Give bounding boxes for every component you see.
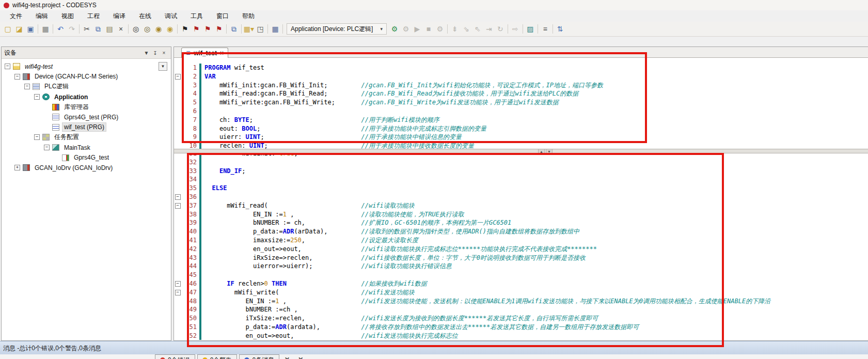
code-line-9[interactable]: 9 uierr: UINT; //用于承接功能块中错误信息的变量 xyxy=(174,133,868,142)
replace-in-project-icon[interactable]: ◉ xyxy=(164,23,176,35)
tree-item--[interactable]: −任务配置 xyxy=(2,132,171,143)
code-line-41[interactable]: 41 imaxsize:=250, //设定最大读取长度 xyxy=(174,236,868,245)
code-line-48[interactable]: 48 EN_IN :=1 , //wifi发送功能块使能，发送机制：以使能ENA… xyxy=(174,297,868,306)
collapse-icon[interactable]: − xyxy=(44,145,50,150)
fold-collapse-icon[interactable]: − xyxy=(175,290,181,295)
copy-icon[interactable]: ⧉ xyxy=(92,23,104,35)
menu-help[interactable]: 帮助 xyxy=(235,10,261,22)
active-application-selector[interactable]: Application [Device: PLC逻辑]▾ xyxy=(287,23,387,35)
step-out-icon[interactable]: ⇖ xyxy=(472,23,483,35)
fold-collapse-icon[interactable]: − xyxy=(175,194,181,200)
tree-item-maintask[interactable]: −MainTask xyxy=(2,143,171,153)
code-line-43[interactable]: 43 iRxSize=>reclen, //wifi接收数据长度，单位：字节，大… xyxy=(174,254,868,262)
code-line-4[interactable]: 4 mWifi_read:gcan.FB_Wifi_Read; //gcan.F… xyxy=(174,89,868,98)
redo-icon[interactable]: ↷ xyxy=(66,23,77,35)
collapse-icon[interactable]: − xyxy=(34,94,40,100)
tree-item-plc-[interactable]: −PLC逻辑 xyxy=(2,82,171,92)
tree-item-gcan-iodrv-gcan-iodrv-[interactable]: +GCAN_IoDrv (GCAN_IoDrv) xyxy=(2,163,171,173)
menu-online[interactable]: 在线 xyxy=(132,10,158,22)
menu-file[interactable]: 文件 xyxy=(3,10,29,22)
pin-icon[interactable]: ↧ xyxy=(151,50,160,56)
menu-project[interactable]: 工程 xyxy=(81,10,106,22)
step-into-icon[interactable]: ⇘ xyxy=(461,23,472,35)
logout-icon[interactable]: ⚙ xyxy=(400,23,412,35)
code-line-51[interactable]: 51 p_data:=ADR(ardata), //将接收存放到数组中的数据发送… xyxy=(174,323,868,332)
code-line-8[interactable]: 8 eout: BOOL; //用于承接功能块中完成标志引脚数据的变量 xyxy=(174,124,868,133)
code-line-42[interactable]: 42 en_out=>eout, //wifi读取功能块执行完成标志位*****… xyxy=(174,245,868,254)
print-icon[interactable]: ▦ xyxy=(40,23,51,35)
tree-item--[interactable]: 库管理器 xyxy=(2,102,171,112)
paste-object-icon[interactable]: ⧉ xyxy=(228,23,240,35)
delete-icon[interactable]: × xyxy=(115,23,127,35)
code-line-3[interactable]: 3 mWifi_init:gcan.FB_Wifi_Init; //gcan.F… xyxy=(174,81,868,90)
tree-root-dropdown-icon[interactable]: ▼ xyxy=(159,62,167,71)
find-in-project-icon[interactable]: ◉ xyxy=(153,23,164,35)
code-editor-implementation[interactable]: 31 wifiInit:=true;3233 END_IF;3435 ELSE−… xyxy=(174,153,868,340)
code-line-34[interactable]: 34 xyxy=(174,175,868,184)
single-cycle-icon[interactable]: ⇨ xyxy=(510,23,521,35)
cut-icon[interactable]: ✂ xyxy=(81,23,92,35)
clear-bookmarks-icon[interactable]: ⚑ xyxy=(213,23,225,35)
tree-item-wif-test-prg-[interactable]: wif_test (PRG) xyxy=(2,122,171,133)
code-line-37[interactable]: −37 mWifi_read( //wifi读取功能块 xyxy=(174,201,868,210)
panel-menu-icon[interactable]: ▼ xyxy=(142,50,151,56)
code-line-10[interactable]: 10 reclen: UINT; //用于承接功能块中接收数据长度的变量 xyxy=(174,142,868,149)
tree-item-wifi4g-test[interactable]: −wifi4g-test▼ xyxy=(2,61,171,72)
fold-collapse-icon[interactable]: − xyxy=(175,203,181,209)
code-line-36[interactable]: −36 xyxy=(174,193,868,201)
menu-edit[interactable]: 编辑 xyxy=(29,10,55,22)
code-line-49[interactable]: 49 bNUMBER :=ch , xyxy=(174,305,868,314)
menu-debug[interactable]: 调试 xyxy=(158,10,184,22)
menu-view[interactable]: 视图 xyxy=(55,10,81,22)
paste-icon[interactable]: ▤ xyxy=(104,23,115,35)
code-editor-declaration[interactable]: 1PROGRAM wif_test−2VAR3 mWifi_init:gcan.… xyxy=(174,58,868,149)
messages-filter-button[interactable]: 0条消息 xyxy=(239,354,279,359)
fold-collapse-icon[interactable]: − xyxy=(175,281,181,287)
save-project-icon[interactable]: ▣ xyxy=(25,23,36,35)
menu-tools[interactable]: 工具 xyxy=(184,10,210,22)
force-values-icon[interactable]: ▨ xyxy=(525,23,536,35)
code-line-39[interactable]: 39 bNUMBER := ch, //扩展IO，GC-6501的顺序，本例程为… xyxy=(174,218,868,227)
debug-settings-icon[interactable]: ⚙ xyxy=(434,23,446,35)
menu-window[interactable]: 窗口 xyxy=(210,10,235,22)
open-project-icon[interactable]: ◪ xyxy=(13,23,25,35)
sync-icon[interactable]: ⇅ xyxy=(555,23,566,35)
code-line-50[interactable]: 50 iTxSize:=reclen, //wifi发送长度为接收到的数据长度*… xyxy=(174,314,868,323)
code-line-46[interactable]: −46 IF reclen>0 THEN //如果接收到wifi数据 xyxy=(174,279,868,288)
tree-item-device-gcan-plc-m-series-[interactable]: −Device (GCAN-PLC-M Series) xyxy=(2,72,171,82)
reset-icon[interactable]: ↻ xyxy=(495,23,506,35)
code-line-40[interactable]: 40 p_data:=ADR(arData), //读取到的数据引脚为指针类型，… xyxy=(174,227,868,236)
watch-icon[interactable]: ≡ xyxy=(540,23,551,35)
menu-build[interactable]: 编译 xyxy=(106,10,132,22)
scan-devices-icon[interactable]: ▦ xyxy=(270,23,281,35)
stop-icon[interactable]: ■ xyxy=(423,23,434,35)
login-icon[interactable]: ⚙ xyxy=(389,23,400,35)
clear-messages-icon[interactable]: ✕ xyxy=(281,354,293,359)
code-line-47[interactable]: −47 mWifi_write( //wifi发送功能块 xyxy=(174,288,868,297)
code-line-33[interactable]: 33 END_IF; xyxy=(174,167,868,176)
code-line-32[interactable]: 32 xyxy=(174,158,868,167)
toggle-bookmark-icon[interactable]: ⚑ xyxy=(179,23,191,35)
tab-close-icon[interactable]: × xyxy=(220,50,224,57)
new-object-icon[interactable]: ▦▾ xyxy=(243,23,255,35)
code-line-2[interactable]: −2VAR xyxy=(174,72,868,81)
run-to-cursor-icon[interactable]: ⇥ xyxy=(483,23,495,35)
code-line-44[interactable]: 44 uierror=>uierr); //wifi读取功能块执行错误信息 xyxy=(174,262,868,271)
new-project-icon[interactable]: ▢ xyxy=(2,23,13,35)
code-line-1[interactable]: 1PROGRAM wif_test xyxy=(174,64,868,72)
next-bookmark-icon[interactable]: ⚑ xyxy=(202,23,213,35)
incremental-search-icon[interactable]: ◎ xyxy=(141,23,153,35)
fold-collapse-icon[interactable]: − xyxy=(175,74,181,80)
step-over-icon[interactable]: ⇟ xyxy=(449,23,461,35)
code-line-45[interactable]: 45 xyxy=(174,271,868,279)
collapse-icon[interactable]: − xyxy=(34,134,40,140)
start-icon[interactable]: ▶ xyxy=(412,23,423,35)
collapse-icon[interactable]: − xyxy=(24,84,30,89)
code-line-7[interactable]: 7 ch: BYTE; //用于判断wifi模块的顺序 xyxy=(174,116,868,124)
editor-splitter[interactable] xyxy=(174,149,868,153)
warnings-filter-button[interactable]: 0个警告 xyxy=(197,354,238,359)
collapse-icon[interactable]: − xyxy=(14,74,20,80)
delete-messages-icon[interactable]: ✕ xyxy=(295,354,306,359)
find-icon[interactable]: ◎ xyxy=(130,23,141,35)
collapse-icon[interactable]: − xyxy=(5,64,10,69)
